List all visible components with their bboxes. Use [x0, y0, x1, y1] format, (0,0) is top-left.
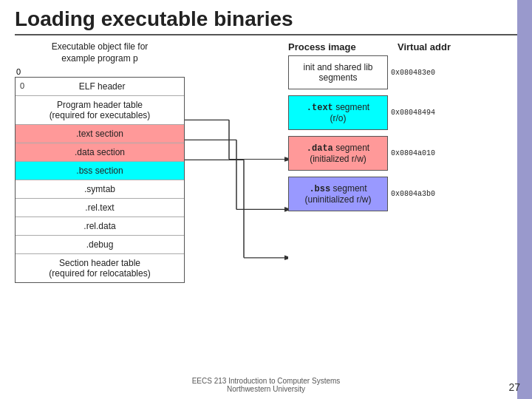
segment-addr-0: 0x080483e0	[388, 69, 451, 77]
process-image-label: Process image	[288, 41, 356, 52]
virtual-addr-label: Virtual addr	[398, 41, 451, 52]
svg-marker-7	[284, 207, 288, 212]
exe-label: Executable object file forexample progra…	[15, 41, 185, 64]
arrows-area	[185, 41, 288, 283]
elf-row-4: .bss section	[16, 162, 184, 180]
elf-row-0: 0 ELF header	[16, 78, 184, 96]
elf-row-1: Program header table(required for execut…	[16, 96, 184, 125]
page-title: Loading executable binaries	[15, 7, 517, 35]
segment-row-1: .text segment(r/o) 0x08048494	[288, 95, 451, 130]
page: Loading executable binaries Executable o…	[0, 0, 532, 399]
segment-box-2: .data segment(initialized r/w)	[288, 136, 388, 171]
arrows-svg	[185, 41, 288, 283]
right-column: Process image Virtual addr init and shar…	[288, 41, 451, 217]
segment-box-3: .bss segment(uninitialized r/w)	[288, 177, 388, 211]
segment-addr-1: 0x08048494	[388, 109, 451, 117]
elf-row-2: .text section	[16, 125, 184, 143]
zero-label: 0	[15, 67, 185, 76]
elf-table: 0 ELF header Program header table(requir…	[15, 77, 185, 283]
segment-box-1: .text segment(r/o)	[288, 95, 388, 130]
left-column: Executable object file forexample progra…	[15, 41, 185, 283]
svg-marker-3	[284, 157, 288, 162]
elf-row-9: Section header table(required for reloca…	[16, 254, 184, 282]
elf-row-5: .symtab	[16, 180, 184, 199]
elf-row-3: .data section	[16, 143, 184, 162]
segment-addr-3: 0x0804a3b0	[388, 190, 451, 198]
segment-row-3: .bss segment(uninitialized r/w) 0x0804a3…	[288, 177, 451, 211]
elf-row-7: .rel.data	[16, 217, 184, 236]
process-header: Process image Virtual addr	[288, 41, 451, 52]
segment-row-0: init and shared libsegments 0x080483e0	[288, 55, 451, 89]
footer: EECS 213 Introduction to Computer System…	[0, 377, 532, 393]
right-sidebar	[517, 0, 532, 399]
segment-row-2: .data segment(initialized r/w) 0x0804a01…	[288, 136, 451, 171]
segment-box-0: init and shared libsegments	[288, 55, 388, 89]
elf-row-8: .debug	[16, 236, 184, 254]
page-number: 27	[508, 381, 520, 393]
main-content: Executable object file forexample progra…	[15, 41, 517, 283]
elf-row-6: .rel.text	[16, 199, 184, 217]
svg-marker-11	[284, 256, 288, 261]
segment-addr-2: 0x0804a010	[388, 149, 451, 157]
